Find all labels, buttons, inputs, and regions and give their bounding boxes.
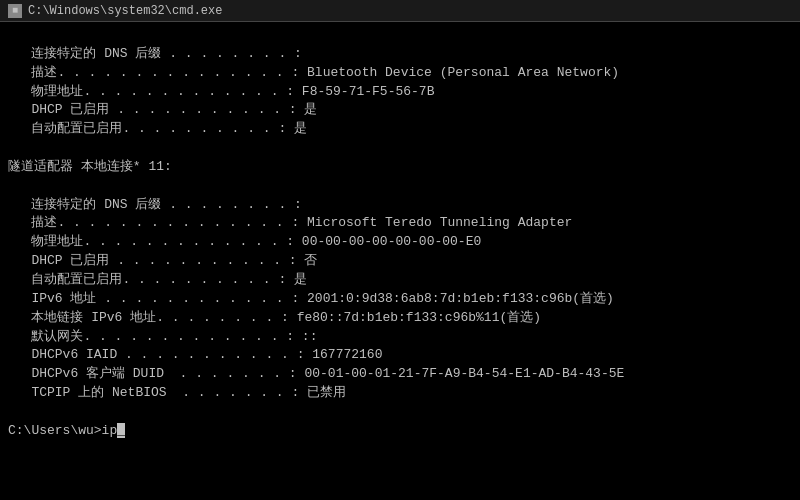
terminal-line: 物理地址. . . . . . . . . . . . . : F8-59-71… <box>8 83 792 102</box>
terminal-line: 默认网关. . . . . . . . . . . . . : :: <box>8 328 792 347</box>
window-title: C:\Windows\system32\cmd.exe <box>28 4 222 18</box>
terminal-output[interactable]: 连接特定的 DNS 后缀 . . . . . . . . : 描述. . . .… <box>0 22 800 500</box>
terminal-line: 本地链接 IPv6 地址. . . . . . . . : fe80::7d:b… <box>8 309 792 328</box>
cmd-icon: ■ <box>8 4 22 18</box>
terminal-line: 描述. . . . . . . . . . . . . . . : Micros… <box>8 214 792 233</box>
terminal-line <box>8 403 792 422</box>
terminal-line: DHCP 已启用 . . . . . . . . . . . : 否 <box>8 252 792 271</box>
terminal-line <box>8 139 792 158</box>
terminal-line: DHCPv6 IAID . . . . . . . . . . . : 1677… <box>8 346 792 365</box>
terminal-line: 自动配置已启用. . . . . . . . . . : 是 <box>8 120 792 139</box>
terminal-line: 物理地址. . . . . . . . . . . . . : 00-00-00… <box>8 233 792 252</box>
title-bar: ■ C:\Windows\system32\cmd.exe <box>0 0 800 22</box>
terminal-line: 隧道适配器 本地连接* 11: <box>8 158 792 177</box>
terminal-line: DHCPv6 客户端 DUID . . . . . . . : 00-01-00… <box>8 365 792 384</box>
terminal-line: 自动配置已启用. . . . . . . . . . : 是 <box>8 271 792 290</box>
terminal-line: C:\Users\wu>ip_ <box>8 422 792 441</box>
terminal-line: IPv6 地址 . . . . . . . . . . . . : 2001:0… <box>8 290 792 309</box>
terminal-line: 连接特定的 DNS 后缀 . . . . . . . . : <box>8 45 792 64</box>
terminal-line: DHCP 已启用 . . . . . . . . . . . : 是 <box>8 101 792 120</box>
cursor: _ <box>117 423 125 438</box>
terminal-line <box>8 177 792 196</box>
terminal-line: TCPIP 上的 NetBIOS . . . . . . . : 已禁用 <box>8 384 792 403</box>
terminal-line: 连接特定的 DNS 后缀 . . . . . . . . : <box>8 196 792 215</box>
terminal-line: 描述. . . . . . . . . . . . . . . : Blueto… <box>8 64 792 83</box>
